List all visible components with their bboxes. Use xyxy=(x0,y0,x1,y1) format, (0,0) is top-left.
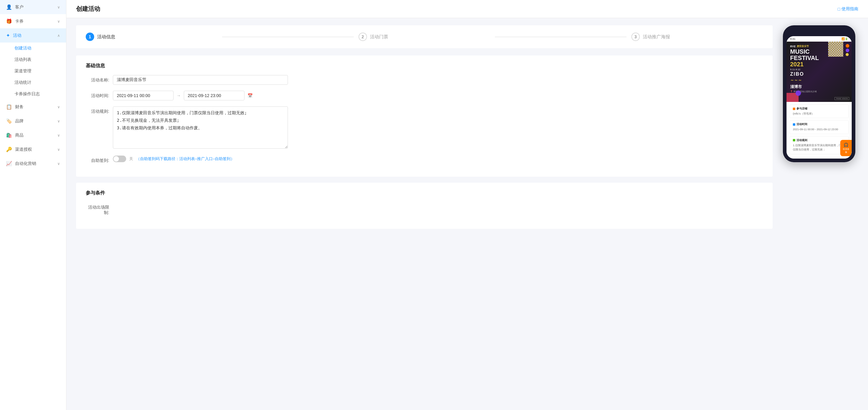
start-date-input[interactable] xyxy=(113,91,174,100)
step-2-circle: 2 xyxy=(359,33,367,41)
form-area: 1 活动信息 2 活动门票 3 活动推广海报 xyxy=(76,25,773,403)
activity-rules-textarea[interactable]: 1.仅限淄博麦田音乐节演出期间使用，门票仅限当日使用，过期无效; 2.不可兑换现… xyxy=(113,106,288,149)
sidebar-sub-item-create-activity[interactable]: 创建活动 xyxy=(0,42,66,54)
step-3-circle: 3 xyxy=(631,33,640,41)
shop-icon xyxy=(793,108,795,110)
date-range-arrow: → xyxy=(177,93,181,98)
dot-purple xyxy=(846,48,849,52)
step-3-label: 活动推广海报 xyxy=(643,34,670,40)
product-icon: 🛍️ xyxy=(6,132,12,138)
phone-signal: 📶🔋 xyxy=(841,37,848,40)
info-card-time-title: 活动时间 xyxy=(793,123,845,126)
step-2-label: 活动门票 xyxy=(370,34,388,40)
poster-logo: TAIHE VISION xyxy=(835,97,849,100)
step-3: 3 活动推广海报 xyxy=(631,33,763,41)
info-card-rule-title: 活动规则 xyxy=(793,138,845,142)
guide-link[interactable]: □ 使用指南 xyxy=(838,6,858,12)
store-limit-label: 活动出场限制 xyxy=(86,202,113,215)
step-line-1 xyxy=(222,37,354,37)
time-icon xyxy=(793,123,795,126)
basic-info-section: 基础信息 活动名称 活动时间 → xyxy=(76,56,773,177)
store-limit-row: 活动出场限制 xyxy=(86,202,763,215)
sidebar-sub-item-activity-list[interactable]: 活动列表 xyxy=(0,54,66,65)
sidebar-sub-item-label: 活动统计 xyxy=(14,80,31,85)
step-1: 1 活动信息 xyxy=(86,33,217,41)
end-date-input[interactable] xyxy=(184,91,245,100)
sidebar-sub-item-label: 渠道管理 xyxy=(14,68,31,73)
poster-city-en: ZIBO xyxy=(790,71,848,77)
sidebar-sub-item-activity-stats[interactable]: 活动统计 xyxy=(0,77,66,88)
phone-time: 9:41 xyxy=(790,37,796,40)
self-checkin-toggle[interactable] xyxy=(113,156,126,162)
brand-icon: 🏷️ xyxy=(6,118,12,124)
activity-rules-row: 活动规则 1.仅限淄博麦田音乐节演出期间使用，门票仅限当日使用，过期无效; 2.… xyxy=(86,106,763,149)
sidebar-sub-item-label: 创建活动 xyxy=(14,45,31,50)
sidebar-sub-item-card-log[interactable]: 卡券操作日志 xyxy=(0,88,66,100)
main-content: 创建活动 □ 使用指南 1 活动信息 2 活动门 xyxy=(66,0,868,410)
cs-icon: 🎧 xyxy=(842,142,850,148)
sidebar-item-activity[interactable]: ✦ 活动 ∧ xyxy=(0,28,66,42)
participation-title: 参与条件 xyxy=(86,190,763,196)
sidebar: 👤 客户 ∨ 🎁 卡券 ∨ ✦ 活动 ∧ 创建活动 活动列表 渠道管理 活动统计… xyxy=(0,0,66,410)
phone-info-area: 参与店铺 (mfic's（羽毛球） 活动时间 2021-09-11 00:00 … xyxy=(786,102,852,159)
poster-cn-label: 麦田音乐节 xyxy=(797,45,809,48)
info-card-time-content: 2021-09-11 00:00 - 2021-09-12 23:00 xyxy=(793,127,845,131)
chevron-down-icon: ∨ xyxy=(57,105,60,109)
activity-name-control xyxy=(113,75,763,85)
chevron-down-icon: ∨ xyxy=(57,147,60,151)
sidebar-item-channel-auth[interactable]: 🔑 渠道授权 ∨ xyxy=(0,142,66,157)
step-line-2 xyxy=(495,37,626,37)
customer-icon: 👤 xyxy=(6,4,12,10)
sidebar-item-card[interactable]: 🎁 卡券 ∨ xyxy=(0,14,66,28)
activity-rules-control: 1.仅限淄博麦田音乐节演出期间使用，门票仅限当日使用，过期无效; 2.不可兑换现… xyxy=(113,106,763,149)
step-1-label: 活动信息 xyxy=(97,34,115,40)
step-1-circle: 1 xyxy=(86,33,94,41)
card-icon: 🎁 xyxy=(6,19,12,24)
basic-info-title: 基础信息 xyxy=(86,63,763,69)
finance-icon: 📋 xyxy=(6,104,12,110)
content-area: 1 活动信息 2 活动门票 3 活动推广海报 xyxy=(66,18,868,410)
poster-checkerboard xyxy=(828,42,843,57)
info-card-rule: 活动规则 1.仅限淄博麦田音乐节演出期间使用，门... 仅限当日使用，过期无效； xyxy=(789,136,849,155)
self-checkin-row: 自助签到 关 （自助签到码下载路径：活动列表–推广入口–自助签到） xyxy=(86,156,763,163)
sidebar-sub-item-channel-manage[interactable]: 渠道管理 xyxy=(0,65,66,77)
chevron-down-icon: ∨ xyxy=(57,19,60,24)
activity-name-label: 活动名称 xyxy=(86,75,113,83)
poster-area: RYE 麦田音乐节 MUSIC FESTIVAL 2021 9.11-9.12 xyxy=(786,42,852,102)
sidebar-item-finance[interactable]: 📋 财务 ∨ xyxy=(0,100,66,114)
toggle-knob xyxy=(114,156,119,162)
poster-rye-label: RYE xyxy=(790,45,796,48)
info-card-rule-content: 1.仅限淄博麦田音乐节演出期间使用，门... 仅限当日使用，过期无效； xyxy=(793,143,845,152)
sidebar-item-label: 品牌 xyxy=(15,118,24,124)
participation-section: 参与条件 活动出场限制 xyxy=(76,183,773,229)
phone-frame: 9:41 📶🔋 xyxy=(783,25,855,162)
phone-notch xyxy=(807,29,831,35)
cs-button[interactable]: 🎧 联系客服 xyxy=(840,140,852,156)
sidebar-item-label: 财务 xyxy=(15,104,24,110)
steps-container: 1 活动信息 2 活动门票 3 活动推广海报 xyxy=(76,25,773,48)
activity-rules-label: 活动规则 xyxy=(86,106,113,114)
step-2: 2 活动门票 xyxy=(359,33,490,41)
activity-icon: ✦ xyxy=(6,33,10,38)
page-header: 创建活动 □ 使用指南 xyxy=(66,0,868,18)
dot-yellow xyxy=(846,53,849,56)
sidebar-sub-item-label: 活动列表 xyxy=(14,57,31,62)
sidebar-item-label: 客户 xyxy=(15,4,24,10)
calendar-icon[interactable]: 📅 xyxy=(247,93,253,98)
activity-time-control: → 📅 xyxy=(113,91,763,100)
sidebar-item-label: 渠道授权 xyxy=(15,147,32,152)
toggle-off-label: 关 xyxy=(129,156,133,162)
sidebar-item-label: 自动化营销 xyxy=(15,161,36,166)
info-card-shop-content: (mfic's（羽毛球） xyxy=(793,111,845,116)
sidebar-item-auto-marketing[interactable]: 📈 自动化营销 ∨ xyxy=(0,157,66,171)
rule-icon xyxy=(793,139,795,141)
activity-time-row: 活动时间 → 📅 xyxy=(86,91,763,100)
auto-marketing-icon: 📈 xyxy=(6,161,12,166)
sidebar-item-brand[interactable]: 🏷️ 品牌 ∨ xyxy=(0,114,66,128)
activity-name-input[interactable] xyxy=(113,75,288,85)
sidebar-item-label: 卡券 xyxy=(15,19,24,24)
sidebar-item-product[interactable]: 🛍️ 商品 ∨ xyxy=(0,128,66,142)
date-range: → 📅 xyxy=(113,91,763,100)
sidebar-item-customer[interactable]: 👤 客户 ∨ xyxy=(0,0,66,14)
page-title: 创建活动 xyxy=(76,5,100,13)
